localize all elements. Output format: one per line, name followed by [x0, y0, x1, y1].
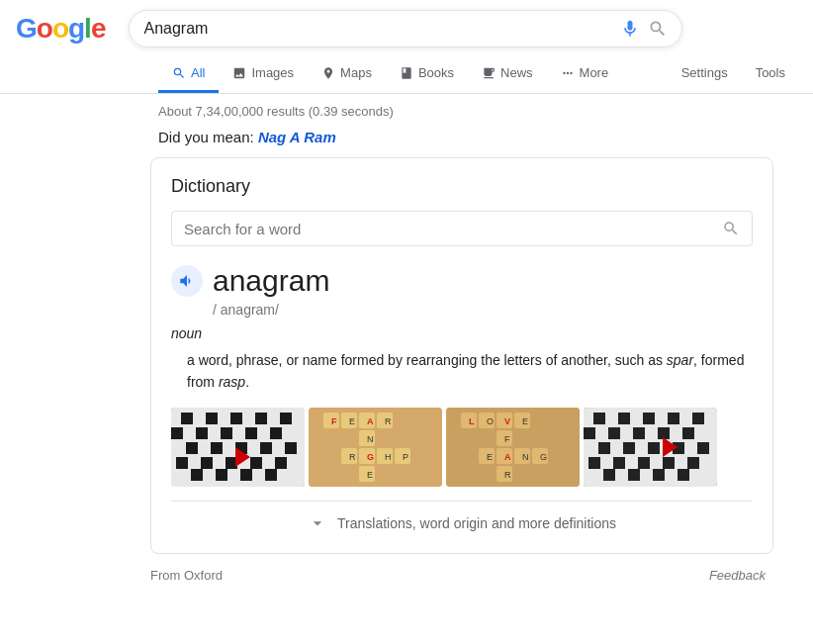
- svg-text:L: L: [469, 416, 475, 426]
- svg-rect-72: [643, 413, 655, 424]
- maps-tab-icon: [321, 66, 335, 80]
- definition-example1: spar: [667, 352, 693, 368]
- tab-images[interactable]: Images: [219, 55, 308, 93]
- dictionary-footer[interactable]: Translations, word origin and more defin…: [171, 501, 753, 535]
- microphone-icon[interactable]: [620, 19, 640, 39]
- tab-more[interactable]: More: [547, 55, 623, 93]
- tab-books[interactable]: Books: [386, 55, 468, 93]
- part-of-speech: noun: [171, 325, 753, 341]
- svg-text:R: R: [349, 452, 356, 462]
- definition: a word, phrase, or name formed by rearra…: [171, 349, 753, 394]
- tab-news[interactable]: News: [468, 55, 547, 93]
- svg-rect-73: [668, 413, 679, 424]
- svg-text:E: E: [522, 416, 528, 426]
- more-tab-icon: [561, 66, 575, 80]
- svg-rect-86: [613, 457, 625, 469]
- svg-text:G: G: [540, 452, 547, 462]
- svg-rect-88: [663, 457, 675, 469]
- svg-rect-5: [255, 413, 267, 424]
- svg-rect-22: [191, 469, 203, 481]
- tab-books-label: Books: [418, 65, 454, 80]
- logo-letter-g2: g: [68, 13, 84, 44]
- svg-rect-91: [628, 469, 640, 481]
- svg-text:N: N: [367, 434, 374, 444]
- svg-rect-20: [250, 457, 262, 469]
- image-thumb-4[interactable]: [584, 408, 717, 487]
- svg-text:H: H: [385, 452, 392, 462]
- svg-rect-6: [280, 413, 292, 424]
- logo-letter-o1: o: [37, 13, 52, 44]
- svg-rect-25: [265, 469, 277, 481]
- svg-rect-70: [593, 413, 605, 424]
- svg-text:G: G: [367, 452, 374, 462]
- settings-button[interactable]: Settings: [670, 57, 740, 91]
- dictionary-card: Dictionary anagram / anagram/ noun a wor…: [150, 157, 773, 554]
- svg-text:N: N: [522, 452, 529, 462]
- svg-rect-3: [206, 413, 218, 424]
- books-tab-icon: [400, 66, 413, 80]
- google-logo: Google: [16, 13, 105, 45]
- news-tab-icon: [482, 66, 496, 80]
- search-icon[interactable]: [648, 19, 668, 39]
- main-search-input[interactable]: Anagram: [143, 20, 612, 38]
- svg-rect-16: [285, 442, 297, 454]
- svg-rect-12: [186, 442, 198, 454]
- svg-rect-74: [692, 413, 704, 424]
- word-entry: anagram: [171, 264, 753, 298]
- search-tab-icon: [172, 66, 186, 80]
- svg-rect-81: [623, 442, 635, 454]
- svg-text:P: P: [403, 452, 408, 462]
- images-tab-icon: [232, 66, 246, 80]
- image-thumb-1[interactable]: [171, 408, 305, 487]
- results-count: About 7,34,00,000 results (0.39 seconds): [0, 94, 813, 125]
- svg-rect-89: [687, 457, 699, 469]
- svg-rect-78: [658, 427, 670, 439]
- svg-text:F: F: [504, 434, 510, 444]
- svg-text:E: E: [487, 452, 493, 462]
- dictionary-search-icon[interactable]: [722, 220, 740, 237]
- svg-text:A: A: [367, 416, 374, 426]
- svg-rect-18: [201, 457, 213, 469]
- phonetic: / anagram/: [213, 302, 753, 318]
- svg-rect-87: [638, 457, 650, 469]
- svg-rect-85: [588, 457, 600, 469]
- bottom-row: From Oxford Feedback: [0, 554, 781, 583]
- header: Google Anagram: [0, 0, 813, 47]
- speaker-button[interactable]: [171, 265, 203, 297]
- did-you-mean-link[interactable]: Nag A Ram: [258, 129, 336, 145]
- main-search-bar[interactable]: Anagram: [129, 10, 682, 47]
- svg-rect-82: [648, 442, 660, 454]
- image-thumb-3[interactable]: L O V E F A R E N G: [446, 408, 580, 487]
- svg-text:E: E: [367, 470, 373, 480]
- image-thumb-2[interactable]: F E A R N G E R H P: [309, 408, 442, 487]
- did-you-mean: Did you mean: Nag A Ram: [0, 125, 813, 157]
- speaker-icon: [178, 272, 196, 290]
- svg-rect-10: [245, 427, 257, 439]
- svg-rect-77: [633, 427, 645, 439]
- svg-rect-75: [584, 427, 595, 439]
- svg-rect-84: [697, 442, 709, 454]
- images-row: F E A R N G E R H P: [171, 408, 753, 487]
- svg-text:A: A: [504, 452, 511, 462]
- chevron-down-icon: [308, 513, 327, 533]
- word-text: anagram: [213, 264, 329, 298]
- feedback-link[interactable]: Feedback: [709, 568, 766, 583]
- svg-rect-71: [618, 413, 630, 424]
- svg-rect-80: [598, 442, 610, 454]
- tab-all[interactable]: All: [158, 55, 219, 93]
- svg-rect-76: [608, 427, 620, 439]
- dictionary-search-input[interactable]: [184, 221, 714, 237]
- svg-rect-92: [653, 469, 665, 481]
- definition-example2: rasp: [219, 374, 245, 390]
- dictionary-search-bar[interactable]: [171, 211, 753, 246]
- tab-more-label: More: [580, 65, 609, 80]
- svg-rect-9: [221, 427, 232, 439]
- dict-footer-label: Translations, word origin and more defin…: [337, 515, 616, 531]
- svg-text:V: V: [504, 416, 510, 426]
- nav-tabs: All Images Maps Books News More Settings…: [0, 47, 813, 94]
- svg-rect-15: [260, 442, 272, 454]
- tab-maps-label: Maps: [340, 65, 372, 80]
- svg-text:E: E: [349, 416, 355, 426]
- tools-button[interactable]: Tools: [744, 57, 797, 91]
- tab-maps[interactable]: Maps: [308, 55, 386, 93]
